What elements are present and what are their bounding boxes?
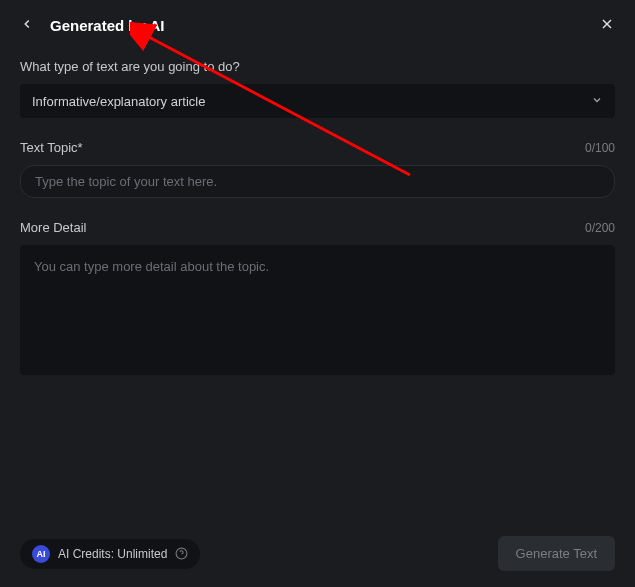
text-topic-label-row: Text Topic* 0/100 (20, 140, 615, 155)
more-detail-label: More Detail (20, 220, 86, 235)
text-type-field: What type of text are you going to do? I… (20, 59, 615, 118)
footer: AI AI Credits: Unlimited Generate Text (20, 536, 615, 571)
text-type-value: Informative/explanatory article (32, 94, 205, 109)
text-topic-field: Text Topic* 0/100 (20, 140, 615, 198)
text-type-label: What type of text are you going to do? (20, 59, 615, 74)
generate-text-button[interactable]: Generate Text (498, 536, 615, 571)
ai-badge-icon: AI (32, 545, 50, 563)
text-topic-input[interactable] (20, 165, 615, 198)
content: What type of text are you going to do? I… (0, 51, 635, 379)
text-topic-count: 0/100 (585, 141, 615, 155)
more-detail-field: More Detail 0/200 (20, 220, 615, 379)
text-topic-label: Text Topic* (20, 140, 83, 155)
back-button[interactable] (16, 13, 38, 38)
header: Generated by AI (0, 0, 635, 51)
close-button[interactable] (595, 12, 619, 39)
header-left: Generated by AI (16, 13, 164, 38)
info-icon[interactable] (175, 547, 188, 560)
chevron-left-icon (20, 17, 34, 34)
chevron-down-icon (591, 92, 603, 110)
credits-text: AI Credits: Unlimited (58, 547, 167, 561)
page-title: Generated by AI (50, 17, 164, 34)
more-detail-input[interactable] (20, 245, 615, 375)
close-icon (599, 16, 615, 35)
credits-pill[interactable]: AI AI Credits: Unlimited (20, 539, 200, 569)
more-detail-label-row: More Detail 0/200 (20, 220, 615, 235)
text-type-select[interactable]: Informative/explanatory article (20, 84, 615, 118)
more-detail-count: 0/200 (585, 221, 615, 235)
